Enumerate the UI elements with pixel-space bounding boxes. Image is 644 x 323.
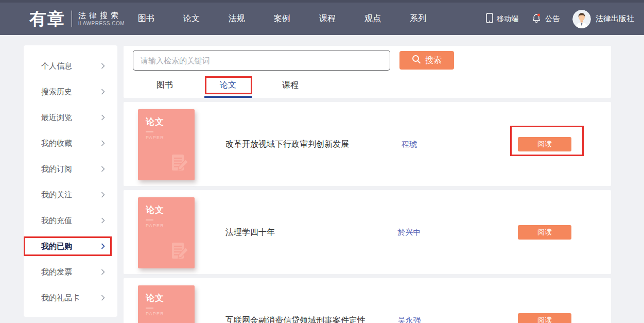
- thumbnail-type-sub: PAPER: [146, 135, 195, 140]
- thumbnail-divider: [146, 131, 153, 132]
- main-content: 搜索 图书 论文 课程 论文 PAPER: [124, 46, 611, 323]
- sidebar-item-recent-views[interactable]: 最近浏览: [24, 105, 117, 130]
- bell-icon: [531, 13, 542, 25]
- notice-label: 公告: [545, 14, 560, 24]
- user-avatar: [572, 10, 591, 28]
- chevron-right-icon: [101, 217, 105, 224]
- sidebar-item-gift-cards[interactable]: 我的礼品卡: [24, 285, 117, 311]
- nav-item-books[interactable]: 图书: [138, 13, 154, 24]
- sidebar-item-invoices[interactable]: 我的发票: [24, 259, 117, 285]
- search-input[interactable]: [133, 50, 390, 71]
- paper-pencil-icon: [169, 241, 190, 264]
- search-icon: [412, 55, 421, 66]
- thumbnail-type-label: 论文: [146, 116, 195, 128]
- chevron-right-icon: [101, 114, 105, 121]
- paper-thumbnail[interactable]: 论文 PAPER: [138, 197, 195, 268]
- nav-item-series[interactable]: 系列: [410, 13, 426, 24]
- thumbnail-type-label: 论文: [146, 292, 195, 304]
- chevron-right-icon: [101, 295, 105, 301]
- chevron-right-icon: [101, 89, 105, 95]
- mobile-app-link[interactable]: 移动端: [486, 13, 518, 25]
- sidebar-item-purchased[interactable]: 我的已购: [24, 233, 117, 259]
- brand-subtitle: 法律搜索: [78, 11, 125, 21]
- chevron-right-icon: [101, 269, 105, 275]
- sidebar-item-follows[interactable]: 我的关注: [24, 182, 117, 208]
- purchased-paper-row: 论文 PAPER 法理学四十年 於兴中 阅读: [124, 190, 611, 274]
- thumbnail-divider: [146, 219, 153, 220]
- nav-item-courses[interactable]: 课程: [319, 13, 336, 24]
- thumbnail-type-sub: PAPER: [146, 223, 195, 228]
- user-name: 法律出版社: [596, 14, 634, 24]
- search-panel: 搜索 图书 论文 课程: [124, 46, 611, 98]
- phone-icon: [486, 13, 493, 25]
- screen: 有章 法律搜索 iLAWPRESS.COM 图书 论文 法规 案例 课程 观点 …: [0, 0, 644, 323]
- purchased-paper-row: 论文 PAPER 互联网金融消费信贷领域刑事案件定性 吴永强 阅读: [124, 278, 611, 323]
- tab-papers[interactable]: 论文: [204, 74, 252, 98]
- chevron-right-icon: [101, 140, 105, 146]
- mobile-app-label: 移动端: [497, 14, 518, 24]
- search-button[interactable]: 搜索: [399, 51, 454, 70]
- paper-thumbnail[interactable]: 论文 PAPER: [138, 109, 195, 180]
- brand-name: 有章: [29, 7, 65, 30]
- top-navbar: 有章 法律搜索 iLAWPRESS.COM 图书 论文 法规 案例 课程 观点 …: [0, 0, 644, 35]
- chevron-right-icon: [101, 243, 105, 249]
- chevron-right-icon: [101, 166, 105, 172]
- nav-item-opinions[interactable]: 观点: [364, 13, 381, 24]
- result-tabs: 图书 论文 课程: [124, 74, 611, 98]
- navbar-right: 移动端 公告: [486, 3, 634, 35]
- nav-item-laws[interactable]: 法规: [229, 13, 245, 24]
- purchased-paper-row: 论文 PAPER 改革开放视域下行政审判创新发展 程琥 阅读: [124, 102, 611, 186]
- read-button[interactable]: 阅读: [518, 313, 571, 323]
- read-button[interactable]: 阅读: [518, 137, 571, 151]
- primary-nav: 图书 论文 法规 案例 课程 观点 系列: [138, 3, 426, 35]
- search-button-label: 搜索: [425, 55, 442, 66]
- tab-books[interactable]: 图书: [141, 74, 188, 98]
- paper-author[interactable]: 吴永强: [378, 315, 440, 323]
- user-menu[interactable]: 法律出版社: [572, 10, 634, 28]
- thumbnail-type-label: 论文: [146, 204, 195, 216]
- thumbnail-type-sub: PAPER: [146, 311, 195, 316]
- read-button[interactable]: 阅读: [518, 225, 571, 240]
- chevron-right-icon: [101, 63, 105, 69]
- tab-courses[interactable]: 课程: [267, 74, 314, 98]
- sidebar-item-search-history[interactable]: 搜索历史: [24, 79, 117, 105]
- nav-item-cases[interactable]: 案例: [274, 13, 290, 24]
- brand-logo[interactable]: 有章 法律搜索 iLAWPRESS.COM: [29, 7, 125, 30]
- paper-title[interactable]: 互联网金融消费信贷领域刑事案件定性: [225, 315, 365, 323]
- sidebar-item-recharge[interactable]: 我的充值: [24, 208, 117, 233]
- paper-title[interactable]: 改革开放视域下行政审判创新发展: [225, 139, 349, 149]
- thumbnail-divider: [146, 308, 153, 309]
- paper-author[interactable]: 於兴中: [378, 227, 440, 237]
- paper-pencil-icon: [169, 152, 190, 176]
- logo-divider: [72, 11, 72, 27]
- nav-item-papers[interactable]: 论文: [183, 13, 200, 24]
- sidebar-item-favorites[interactable]: 我的收藏: [24, 130, 117, 156]
- paper-title[interactable]: 法理学四十年: [225, 227, 275, 237]
- sidebar-item-profile[interactable]: 个人信息: [24, 53, 117, 79]
- paper-thumbnail[interactable]: 论文 PAPER: [138, 285, 195, 323]
- paper-author[interactable]: 程琥: [378, 139, 440, 149]
- notice-link[interactable]: 公告: [531, 13, 560, 25]
- brand-domain: iLAWPRESS.COM: [78, 21, 125, 27]
- chevron-right-icon: [101, 192, 105, 198]
- sidebar-item-subscriptions[interactable]: 我的订阅: [24, 156, 117, 182]
- account-sidebar: 个人信息 搜索历史 最近浏览 我的收藏 我的订阅 我的关注 我的充值 我的已购: [24, 45, 117, 317]
